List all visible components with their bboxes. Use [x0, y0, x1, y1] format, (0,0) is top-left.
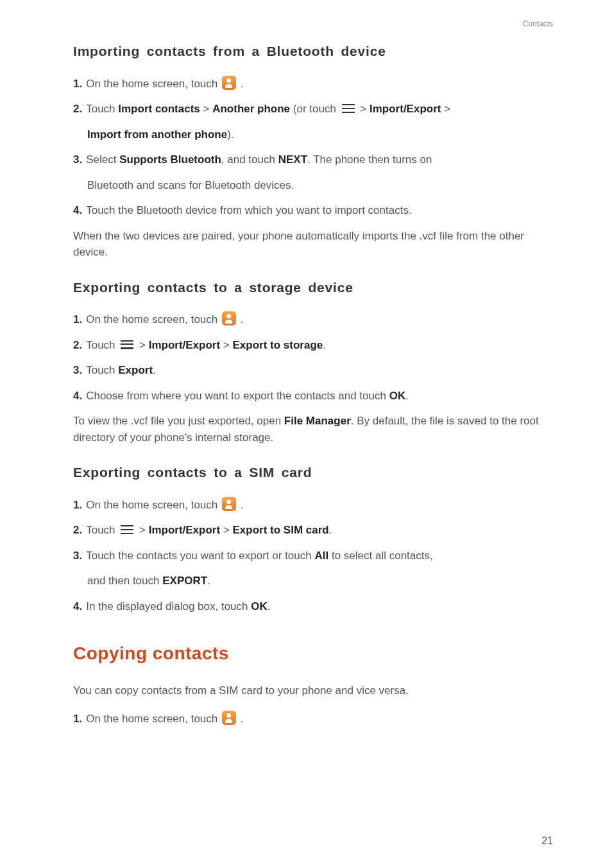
text: . — [405, 390, 409, 402]
contacts-icon — [222, 76, 236, 90]
sec4-step1: 1. On the home screen, touch . — [73, 711, 553, 727]
text: > — [136, 339, 148, 351]
sec1-step4: 4. Touch the Bluetooth device from which… — [73, 202, 553, 219]
text: . — [237, 713, 243, 725]
text: On the home screen, touch — [86, 713, 221, 725]
text-bold: Supports Bluetooth — [119, 153, 221, 166]
text: Choose from where you want to export the… — [86, 390, 389, 402]
step-text: Choose from where you want to export the… — [86, 388, 553, 404]
text: On the home screen, touch — [86, 499, 221, 511]
sec3-step3: 3. Touch the contacts you want to export… — [73, 548, 553, 564]
step-number: 2. — [73, 522, 82, 539]
header-category: Contacts — [73, 18, 553, 30]
sec1-step1: 1. On the home screen, touch . — [73, 76, 553, 92]
sec1-step3: 3. Select Supports Bluetooth, and touch … — [73, 152, 553, 168]
text-bold: Another phone — [212, 103, 290, 115]
text: . — [237, 313, 243, 326]
step-text: On the home screen, touch . — [86, 311, 553, 328]
sec2-step3: 3. Touch Export. — [73, 362, 553, 379]
text-bold: Import/Export — [149, 524, 220, 536]
text: Touch — [86, 524, 118, 536]
contacts-icon — [222, 711, 236, 725]
text: , and touch — [221, 153, 278, 166]
text: . — [323, 339, 326, 351]
heading-import-bluetooth: Importing contacts from a Bluetooth devi… — [73, 41, 553, 62]
text-bold: Import from another phone — [87, 128, 227, 141]
step-number: 2. — [73, 101, 82, 117]
text: Touch — [86, 339, 118, 351]
menu-icon — [342, 104, 355, 113]
heading-export-sim: Exporting contacts to a SIM card — [73, 462, 553, 483]
step-text: On the home screen, touch . — [86, 711, 553, 727]
text: Touch — [86, 364, 118, 376]
text: Touch — [86, 103, 118, 115]
sec1-step2: 2. Touch Import contacts > Another phone… — [73, 101, 553, 117]
sec4-body: You can copy contacts from a SIM card to… — [73, 682, 553, 699]
text-bold: OK — [251, 600, 268, 612]
contacts-icon — [222, 497, 236, 511]
text-bold: Import/Export — [370, 103, 441, 115]
text-bold: Export — [118, 364, 153, 376]
step-text: Touch > Import/Export > Export to storag… — [86, 337, 553, 354]
heading-export-storage: Exporting contacts to a storage device — [73, 277, 553, 298]
step-number: 4. — [73, 202, 82, 219]
sec3-step4: 4. In the displayed dialog box, touch OK… — [73, 598, 553, 615]
step-number: 1. — [73, 497, 82, 514]
text: . — [237, 499, 243, 511]
text: > — [220, 524, 232, 536]
step-number: 4. — [73, 388, 82, 404]
text: > — [441, 103, 450, 115]
step-number: 1. — [73, 76, 82, 92]
sec3-step3-cont: and then touch EXPORT. — [87, 573, 553, 589]
text: > — [200, 103, 212, 115]
sec3-step2: 2. Touch > Import/Export > Export to SIM… — [73, 522, 553, 539]
step-number: 3. — [73, 362, 82, 379]
step-number: 3. — [73, 152, 82, 168]
text-bold: File Manager — [284, 415, 351, 427]
text: . The phone then turns on — [307, 153, 432, 166]
text: On the home screen, touch — [86, 313, 221, 326]
heading-copying-contacts: Copying contacts — [73, 640, 553, 667]
text: Touch the contacts you want to export or… — [86, 550, 314, 562]
text-bold: OK — [389, 390, 406, 402]
text-bold: Export to SIM card — [232, 524, 328, 536]
text: and then touch — [87, 575, 162, 587]
text: To view the .vcf file you just exported,… — [73, 415, 284, 427]
step-text: On the home screen, touch . — [86, 76, 553, 92]
sec3-step1: 1. On the home screen, touch . — [73, 497, 553, 514]
sec2-body: To view the .vcf file you just exported,… — [73, 413, 553, 446]
text: > — [357, 103, 370, 115]
menu-icon — [121, 525, 133, 534]
sec1-step2-cont: Import from another phone). — [87, 126, 553, 143]
step-number: 2. — [73, 337, 82, 354]
text: On the home screen, touch — [86, 78, 221, 90]
text-bold: Export to storage — [232, 339, 323, 351]
sec2-step4: 4. Choose from where you want to export … — [73, 388, 553, 404]
text-bold: Import/Export — [149, 339, 220, 351]
text-bold: NEXT — [278, 153, 307, 166]
text: . — [207, 575, 210, 587]
page-number: 21 — [541, 833, 553, 849]
step-number: 4. — [73, 598, 82, 615]
step-text: Touch the Bluetooth device from which yo… — [86, 202, 553, 219]
text-bold: Import contacts — [118, 103, 200, 115]
text: . — [268, 600, 271, 612]
step-text: Touch > Import/Export > Export to SIM ca… — [86, 522, 553, 539]
step-number: 1. — [73, 711, 82, 727]
step-number: 1. — [73, 311, 82, 328]
text: . — [329, 524, 332, 536]
step-text: Touch Export. — [86, 362, 553, 379]
sec2-step1: 1. On the home screen, touch . — [73, 311, 553, 328]
text-bold: All — [314, 550, 328, 562]
sec2-step2: 2. Touch > Import/Export > Export to sto… — [73, 337, 553, 354]
text: . — [237, 78, 243, 90]
text: . — [153, 364, 156, 376]
step-text: Touch the contacts you want to export or… — [86, 548, 553, 564]
text: In the displayed dialog box, touch — [86, 600, 251, 612]
contacts-icon — [222, 311, 236, 326]
sec1-step3-cont: Bluetooth and scans for Bluetooth device… — [87, 177, 553, 194]
text: to select all contacts, — [328, 550, 433, 562]
step-text: Select Supports Bluetooth, and touch NEX… — [86, 152, 553, 168]
text: ). — [227, 128, 234, 141]
text-bold: EXPORT — [162, 575, 207, 587]
